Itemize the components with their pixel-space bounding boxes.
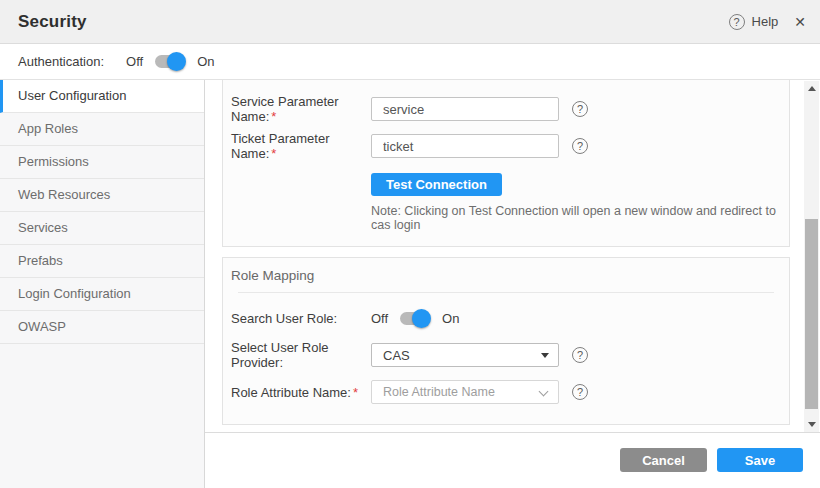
save-button[interactable]: Save xyxy=(717,448,803,472)
authentication-label: Authentication: xyxy=(18,54,104,69)
service-parameter-input[interactable] xyxy=(371,97,559,121)
help-icon[interactable]: ? xyxy=(729,14,745,30)
ticket-parameter-row: Ticket Parameter Name:* ? xyxy=(231,134,789,158)
authentication-toggle-group: Off On xyxy=(126,54,214,69)
sidebar-item-services[interactable]: Services xyxy=(0,212,204,245)
required-asterisk: * xyxy=(271,109,276,124)
role-attribute-combobox[interactable]: Role Attribute Name xyxy=(371,380,559,404)
sidebar: User Configuration App Roles Permissions… xyxy=(0,80,205,488)
footer: Cancel Save xyxy=(205,433,820,488)
security-dialog: Security ? Help ✕ Authentication: Off On… xyxy=(0,0,820,488)
toggle-off-label: Off xyxy=(371,311,388,326)
role-provider-row: Select User Role Provider: CAS ? xyxy=(231,343,789,367)
role-provider-select[interactable]: CAS xyxy=(371,343,559,367)
search-user-role-row: Search User Role: Off On xyxy=(231,306,789,330)
service-parameter-row: Service Parameter Name:* ? xyxy=(231,97,789,121)
ticket-parameter-input[interactable] xyxy=(371,134,559,158)
role-mapping-divider xyxy=(238,292,774,293)
authentication-row: Authentication: Off On xyxy=(0,44,820,80)
sidebar-item-owasp[interactable]: OWASP xyxy=(0,311,204,344)
header-actions: ? Help ✕ xyxy=(729,14,806,30)
toggle-on-label: On xyxy=(197,54,214,69)
caret-down-icon xyxy=(541,353,549,358)
vertical-scrollbar[interactable] xyxy=(804,81,819,432)
service-parameter-label: Service Parameter Name:* xyxy=(231,94,371,124)
search-user-role-label: Search User Role: xyxy=(231,311,371,326)
help-label[interactable]: Help xyxy=(752,14,779,29)
required-asterisk: * xyxy=(353,385,358,400)
toggle-knob xyxy=(412,309,431,328)
page-title: Security xyxy=(18,12,87,32)
scrollbar-thumb[interactable] xyxy=(805,219,818,409)
test-connection-button[interactable]: Test Connection xyxy=(371,173,502,196)
test-connection-note: Note: Clicking on Test Connection will o… xyxy=(371,204,789,232)
search-user-role-toggle[interactable] xyxy=(400,312,430,325)
sidebar-item-web-resources[interactable]: Web Resources xyxy=(0,179,204,212)
field-help-icon[interactable]: ? xyxy=(572,347,588,363)
cancel-button[interactable]: Cancel xyxy=(620,448,707,472)
field-help-icon[interactable]: ? xyxy=(572,384,588,400)
role-attribute-placeholder: Role Attribute Name xyxy=(383,385,495,399)
toggle-knob xyxy=(167,52,186,71)
main-content: Service Parameter Name:* ? Ticket Parame… xyxy=(205,80,820,488)
sidebar-item-permissions[interactable]: Permissions xyxy=(0,146,204,179)
sidebar-item-user-configuration[interactable]: User Configuration xyxy=(0,80,204,113)
toggle-on-label: On xyxy=(442,311,459,326)
scroll-up-button[interactable] xyxy=(804,82,819,95)
cas-parameters-panel: Service Parameter Name:* ? Ticket Parame… xyxy=(222,80,790,247)
role-attribute-row: Role Attribute Name:* Role Attribute Nam… xyxy=(231,380,789,404)
search-user-role-toggle-group: Off On xyxy=(371,311,459,326)
arrow-down-icon xyxy=(808,422,816,427)
sidebar-item-app-roles[interactable]: App Roles xyxy=(0,113,204,146)
role-mapping-panel: Role Mapping Search User Role: Off On xyxy=(222,257,790,425)
role-provider-value: CAS xyxy=(383,348,410,363)
body: User Configuration App Roles Permissions… xyxy=(0,80,820,488)
header: Security ? Help ✕ xyxy=(0,0,820,44)
close-icon[interactable]: ✕ xyxy=(794,14,806,30)
required-asterisk: * xyxy=(271,146,276,161)
field-help-icon[interactable]: ? xyxy=(572,138,588,154)
scroll-down-button[interactable] xyxy=(804,418,819,431)
arrow-up-icon xyxy=(808,86,816,91)
chevron-down-icon xyxy=(539,387,549,397)
role-attribute-label: Role Attribute Name:* xyxy=(231,385,371,400)
toggle-off-label: Off xyxy=(126,54,143,69)
authentication-toggle[interactable] xyxy=(155,55,185,68)
service-parameter-label-text: Service Parameter Name: xyxy=(231,94,339,124)
field-help-icon[interactable]: ? xyxy=(572,101,588,117)
test-connection-row: Test Connection xyxy=(371,173,789,196)
sidebar-item-prefabs[interactable]: Prefabs xyxy=(0,245,204,278)
sidebar-item-login-configuration[interactable]: Login Configuration xyxy=(0,278,204,311)
ticket-parameter-label-text: Ticket Parameter Name: xyxy=(231,131,330,161)
role-mapping-title: Role Mapping xyxy=(231,268,789,283)
scroll-viewport: Service Parameter Name:* ? Ticket Parame… xyxy=(205,80,820,433)
role-attribute-label-text: Role Attribute Name: xyxy=(231,385,351,400)
role-provider-label: Select User Role Provider: xyxy=(231,340,371,370)
ticket-parameter-label: Ticket Parameter Name:* xyxy=(231,131,371,161)
